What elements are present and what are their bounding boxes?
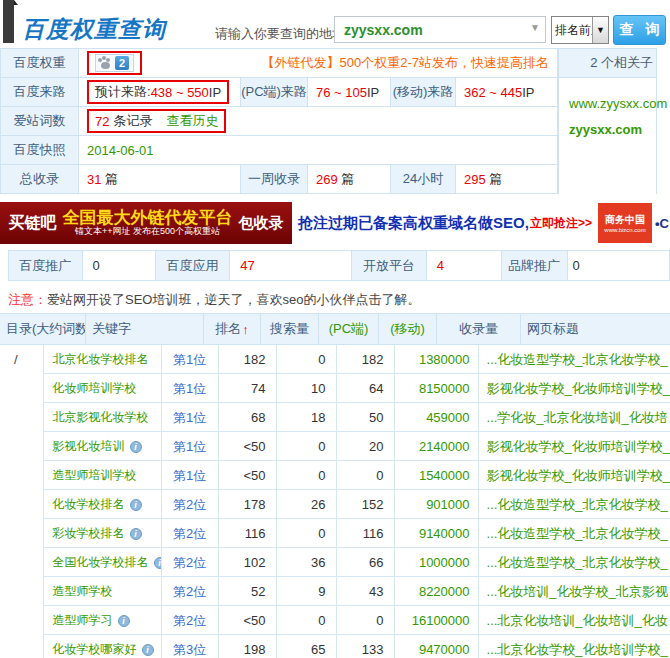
- page-title-link[interactable]: 影视化妆学校_化妆师培训学校_: [479, 374, 670, 403]
- snapshot-date[interactable]: 2014-06-01: [87, 143, 154, 158]
- mobile-traffic-label: (移动)来路: [391, 78, 456, 107]
- page-title-link[interactable]: ...学化妆_北京化妆培训_化妆培: [479, 403, 670, 432]
- rank-link[interactable]: 第2位: [162, 577, 219, 606]
- weight-badge[interactable]: 2: [95, 54, 134, 72]
- keyword-link[interactable]: 彩妆学校排名i: [44, 519, 162, 548]
- index-volume-value: 1540000: [395, 461, 479, 490]
- header-search-volume: 搜索量: [261, 314, 319, 344]
- ad-subline: 锚文本++网址 发布在500个高权重站: [75, 227, 220, 236]
- rank-link[interactable]: 第1位: [162, 374, 219, 403]
- keyword-link[interactable]: 化妆学校排名i: [44, 490, 162, 519]
- banner-edge-text: •C: [652, 202, 670, 244]
- notice-text: 注意：爱站网开设了SEO培训班，逆天了，喜欢seo的小伙伴点击了解。: [8, 291, 420, 309]
- page-title-link[interactable]: ...化妆造型学校_北京化妆学校_: [479, 519, 670, 548]
- index-volume-value: 901000: [395, 490, 479, 519]
- rank-link[interactable]: 第2位: [162, 548, 219, 577]
- words-highlight-box: 72 条记录 查看历史: [87, 109, 226, 133]
- table-row: 造型师培训学校第1位<50001540000影视化妆学校_化妆师培训学校_: [44, 461, 670, 490]
- ad-buy-links[interactable]: 买链吧 全国最大外链代发平台 锚文本++网址 发布在500个高权重站 包收录: [0, 202, 292, 244]
- table-row: 造型师学习i第2位<500016100000...北京化妆培训_化妆培训_化妆: [44, 606, 670, 635]
- keyword-link[interactable]: 化妆学校哪家好i: [44, 635, 162, 658]
- row-aizhan-words: 爱站词数 72 条记录 查看历史: [1, 107, 558, 136]
- view-history-link[interactable]: 查看历史: [166, 112, 218, 130]
- mobile-volume-value: 0: [337, 606, 395, 635]
- keyword-link[interactable]: 化妆师培训学校: [44, 374, 162, 403]
- input-dropdown-icon[interactable]: ▼: [530, 22, 540, 33]
- page-title-link[interactable]: ...北京化妆培训_化妆培训_化妆: [479, 606, 670, 635]
- keyword-link[interactable]: 全国化妆学校排名i: [44, 548, 162, 577]
- index-volume-value: 8220000: [395, 577, 479, 606]
- pc-volume-value: 0: [277, 432, 337, 461]
- rank-link[interactable]: 第2位: [162, 606, 219, 635]
- bizcn-logo-url: www.bizcn.com: [604, 227, 645, 233]
- keyword-link[interactable]: 造型师学校: [44, 577, 162, 606]
- mobile-volume-value: 20: [337, 432, 395, 461]
- stat-value: 4: [426, 250, 502, 281]
- header-rank[interactable]: 排名↑: [204, 314, 261, 344]
- ad-headline: 全国最大外链代发平台: [63, 209, 233, 227]
- page-header: 百度权重查询 请输入你要查询的地址： ▼ 排名前后 ▼ 查 询: [0, 0, 670, 48]
- day-index-unit: 篇: [489, 170, 502, 188]
- notice-body[interactable]: 爱站网开设了SEO培训班，逆天了，喜欢seo的小伙伴点击了解。: [47, 292, 420, 307]
- info-icon[interactable]: i: [118, 615, 130, 627]
- info-icon[interactable]: i: [142, 644, 154, 656]
- pc-volume-value: 0: [277, 461, 337, 490]
- total-index-value: 31: [87, 172, 101, 187]
- page-title-link[interactable]: 影视化妆学校_化妆师培训学校_: [479, 461, 670, 490]
- rank-link[interactable]: 第1位: [162, 461, 219, 490]
- est-traffic-unit: IP: [209, 85, 221, 100]
- rank-link[interactable]: 第2位: [162, 490, 219, 519]
- stat-label: 百度应用: [155, 250, 230, 281]
- header-keyword: 关键字: [86, 314, 204, 344]
- ad-brand: 买链吧: [9, 213, 57, 234]
- info-icon[interactable]: i: [130, 441, 142, 453]
- page-title-link[interactable]: ...化妆造型学校_北京化妆学校_: [479, 548, 670, 577]
- mobile-traffic-value: 362 ~ 445: [464, 85, 522, 100]
- mobile-volume-value: 152: [337, 490, 395, 519]
- subdomain-link[interactable]: www.zyysxx.com: [569, 91, 656, 117]
- search-volume-value: 68: [219, 403, 277, 432]
- promo-link[interactable]: 【外链代发】500个权重2-7站发布，快速提高排名: [262, 54, 549, 72]
- ad-domain-grab[interactable]: 抢注过期已备案高权重域名做SEO, 立即抢注>>: [292, 202, 598, 244]
- bizcn-logo-title: 商务中国: [605, 213, 645, 227]
- mobile-volume-value: 66: [337, 548, 395, 577]
- baidu-snapshot-label: 百度快照: [1, 136, 79, 165]
- info-icon[interactable]: i: [130, 528, 142, 540]
- search-volume-value: 102: [219, 548, 277, 577]
- mobile-volume-value: 50: [337, 403, 395, 432]
- search-volume-value: <50: [219, 606, 277, 635]
- page-title-link[interactable]: ...北京化妆学校_化妆培训学校_: [479, 635, 670, 658]
- baidu-traffic-label: 百度来路: [1, 78, 79, 107]
- keyword-link[interactable]: 造型师学习i: [44, 606, 162, 635]
- query-button[interactable]: 查 询: [613, 15, 666, 45]
- rank-order-select[interactable]: 排名前后 ▼: [551, 16, 609, 44]
- info-icon[interactable]: i: [130, 499, 142, 511]
- subdomain-link[interactable]: zyysxx.com: [569, 117, 656, 143]
- rank-link[interactable]: 第1位: [162, 345, 219, 374]
- paw-icon: [101, 62, 110, 69]
- rank-link[interactable]: 第3位: [162, 635, 219, 658]
- words-unit: 条记录: [113, 112, 152, 130]
- table-row: 造型师学校第2位529438220000...化妆培训_化妆学校_北京影视: [44, 577, 670, 606]
- page-title-link[interactable]: 影视化妆学校_化妆师培训学校_: [479, 432, 670, 461]
- bizcn-logo[interactable]: 商务中国 www.bizcn.com: [598, 203, 652, 243]
- page-title-link[interactable]: ...化妆培训_化妆学校_北京影视: [479, 577, 670, 606]
- day-index-label: 24小时: [391, 165, 456, 194]
- query-url-input[interactable]: [334, 16, 546, 43]
- keyword-rows: 北京化妆学校排名第1位18201821380000...化妆造型学校_北京化妆学…: [44, 345, 670, 658]
- rank-link[interactable]: 第1位: [162, 432, 219, 461]
- mobile-volume-value: 182: [337, 345, 395, 374]
- keyword-link[interactable]: 造型师培训学校: [44, 461, 162, 490]
- search-volume-value: 198: [219, 635, 277, 658]
- info-icon[interactable]: i: [154, 557, 162, 569]
- page-title-link[interactable]: ...化妆造型学校_北京化妆学校_: [479, 345, 670, 374]
- rank-link[interactable]: 第2位: [162, 519, 219, 548]
- keyword-link[interactable]: 影视化妆培训i: [44, 432, 162, 461]
- keyword-link[interactable]: 北京影视化妆学校: [44, 403, 162, 432]
- aizhan-words-label: 爱站词数: [1, 107, 79, 136]
- page-title-link[interactable]: ...化妆造型学校_北京化妆学校_: [479, 490, 670, 519]
- rank-link[interactable]: 第1位: [162, 403, 219, 432]
- table-row: 北京化妆学校排名第1位18201821380000...化妆造型学校_北京化妆学…: [44, 345, 670, 374]
- keyword-link[interactable]: 北京化妆学校排名: [44, 345, 162, 374]
- platform-stats-row: 百度推广0百度应用47开放平台4品牌推广0: [8, 250, 670, 281]
